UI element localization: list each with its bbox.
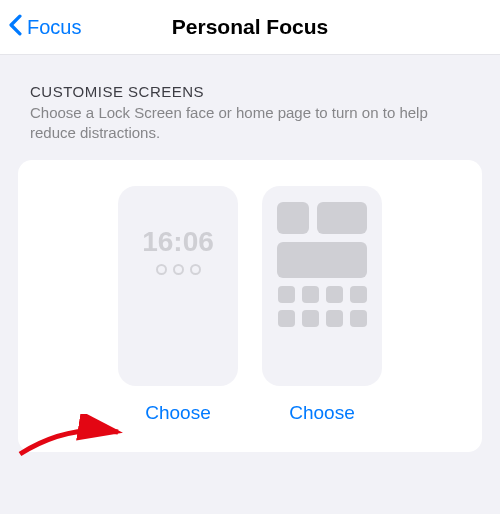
widget-row	[277, 202, 367, 234]
app-grid	[278, 286, 367, 327]
lock-dots	[156, 264, 201, 275]
app-icon	[302, 310, 319, 327]
back-button[interactable]: Focus	[8, 14, 81, 40]
lock-screen-preview[interactable]: 16:06	[118, 186, 238, 386]
app-icon	[302, 286, 319, 303]
chevron-left-icon	[8, 14, 23, 40]
lock-screen-column: 16:06 Choose	[115, 186, 241, 424]
app-icon	[326, 310, 343, 327]
dot-icon	[173, 264, 184, 275]
back-label: Focus	[27, 16, 81, 39]
app-icon	[350, 310, 367, 327]
section-header: CUSTOMISE SCREENS Choose a Lock Screen f…	[0, 55, 500, 150]
previews-row: 16:06 Choose	[36, 186, 464, 424]
app-icon	[278, 286, 295, 303]
nav-bar: Focus Personal Focus	[0, 0, 500, 55]
widget-icon	[277, 242, 367, 278]
app-icon	[350, 286, 367, 303]
app-icon	[326, 286, 343, 303]
home-screen-column: Choose	[259, 186, 385, 424]
app-icon	[278, 310, 295, 327]
section-description: Choose a Lock Screen face or home page t…	[30, 103, 470, 144]
customise-card: 16:06 Choose	[18, 160, 482, 452]
lock-time: 16:06	[142, 226, 214, 258]
home-screen-preview[interactable]	[262, 186, 382, 386]
dot-icon	[156, 264, 167, 275]
dot-icon	[190, 264, 201, 275]
widget-icon	[277, 202, 309, 234]
widget-icon	[317, 202, 367, 234]
section-title: CUSTOMISE SCREENS	[30, 83, 470, 100]
choose-lock-button[interactable]: Choose	[145, 402, 211, 424]
choose-home-button[interactable]: Choose	[289, 402, 355, 424]
